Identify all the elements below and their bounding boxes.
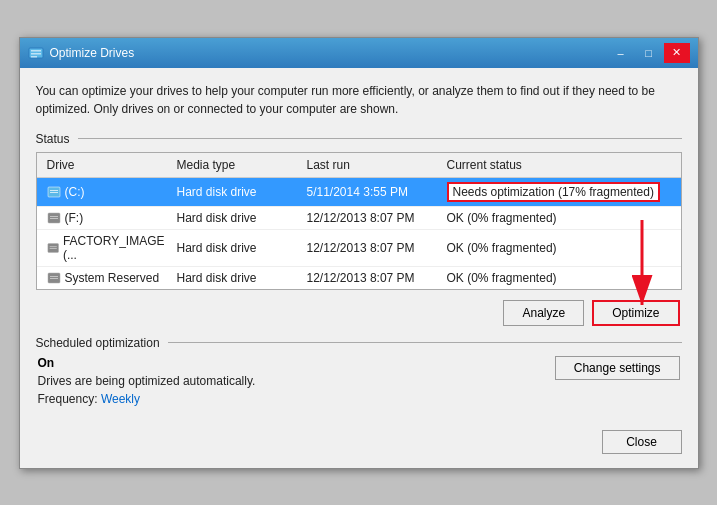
status-cell-factory: OK (0% fragmented) [443,240,675,256]
col-header-status: Current status [443,156,675,174]
change-settings-button[interactable]: Change settings [555,356,680,380]
scheduled-label: Scheduled optimization [36,336,682,350]
table-row[interactable]: System Reserved Hard disk drive 12/12/20… [37,267,681,289]
description-text: You can optimize your drives to help you… [36,82,682,118]
title-bar-controls: – □ ✕ [608,43,690,63]
frequency-row: Frequency: Weekly [38,392,256,406]
minimize-button[interactable]: – [608,43,634,63]
last-run-cell-f: 12/12/2013 8:07 PM [303,210,443,226]
footer: Close [20,420,698,468]
drive-cell-f: (F:) [43,210,173,226]
title-bar-left: Optimize Drives [28,45,135,61]
scheduled-description: Drives are being optimized automatically… [38,374,256,388]
drive-cell-factory: FACTORY_IMAGE (... [43,233,173,263]
optimize-drives-window: Optimize Drives – □ ✕ You can optimize y… [19,37,699,469]
svg-rect-12 [49,248,56,249]
title-bar: Optimize Drives – □ ✕ [20,38,698,68]
svg-rect-11 [49,246,56,247]
svg-rect-2 [31,53,41,55]
status-cell-c: Needs optimization (17% fragmented) [443,181,675,203]
status-cell-sysres: OK (0% fragmented) [443,270,675,286]
media-type-cell-f: Hard disk drive [173,210,303,226]
last-run-cell-factory: 12/12/2013 8:07 PM [303,240,443,256]
svg-rect-6 [50,192,58,193]
app-icon [28,45,44,61]
drive-cell-sysres: System Reserved [43,270,173,286]
drives-table: Drive Media type Last run Current status… [36,152,682,290]
main-content: You can optimize your drives to help you… [20,68,698,420]
status-section-label: Status [36,132,682,146]
scheduled-section: Scheduled optimization On Drives are bei… [36,336,682,406]
table-row[interactable]: FACTORY_IMAGE (... Hard disk drive 12/12… [37,230,681,267]
media-type-cell-c: Hard disk drive [173,184,303,200]
svg-rect-8 [50,216,58,217]
svg-rect-15 [50,278,58,279]
col-header-last-run: Last run [303,156,443,174]
media-type-cell-factory: Hard disk drive [173,240,303,256]
close-button[interactable]: Close [602,430,682,454]
action-buttons: Analyze Optimize [36,300,682,326]
scheduled-content: On Drives are being optimized automatica… [36,356,682,406]
last-run-cell-c: 5/11/2014 3:55 PM [303,184,443,200]
svg-rect-5 [50,190,58,191]
table-row[interactable]: (F:) Hard disk drive 12/12/2013 8:07 PM … [37,207,681,230]
status-cell-f: OK (0% fragmented) [443,210,675,226]
analyze-button[interactable]: Analyze [503,300,584,326]
table-header: Drive Media type Last run Current status [37,153,681,178]
col-header-drive: Drive [43,156,173,174]
scheduled-info: On Drives are being optimized automatica… [38,356,256,406]
drive-icon [47,211,61,225]
svg-rect-9 [50,218,58,219]
col-header-media-type: Media type [173,156,303,174]
drive-icon [47,241,59,255]
frequency-value: Weekly [101,392,140,406]
scheduled-status: On [38,356,256,370]
drive-icon [47,271,61,285]
close-titlebar-button[interactable]: ✕ [664,43,690,63]
drive-cell-c: (C:) [43,184,173,200]
svg-rect-3 [31,56,37,58]
svg-rect-14 [50,276,58,277]
needs-optimization-badge: Needs optimization (17% fragmented) [447,182,660,202]
svg-rect-1 [31,50,41,52]
maximize-button[interactable]: □ [636,43,662,63]
last-run-cell-sysres: 12/12/2013 8:07 PM [303,270,443,286]
table-row[interactable]: (C:) Hard disk drive 5/11/2014 3:55 PM N… [37,178,681,207]
window-title: Optimize Drives [50,46,135,60]
media-type-cell-sysres: Hard disk drive [173,270,303,286]
frequency-label: Frequency: [38,392,98,406]
optimize-button[interactable]: Optimize [592,300,679,326]
drive-icon [47,185,61,199]
